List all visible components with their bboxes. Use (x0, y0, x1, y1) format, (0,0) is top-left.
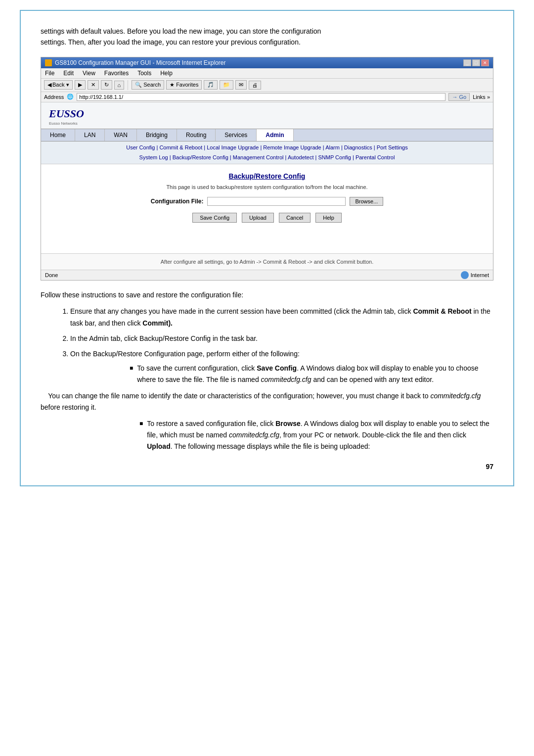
eusso-logo: EUSSO (49, 107, 485, 120)
step-3: On the Backup/Restore Configuration page… (70, 348, 493, 385)
step-1: Ensure that any changes you have made in… (70, 306, 493, 329)
menu-tools[interactable]: Tools (136, 69, 152, 77)
submenu-alarm[interactable]: Alarm (325, 144, 340, 150)
nav-routing[interactable]: Routing (177, 129, 216, 141)
action-buttons: Save Config Upload Cancel Help (51, 213, 483, 223)
menu-favorites[interactable]: Favorites (103, 69, 130, 77)
submenu-user-config[interactable]: User Config (126, 144, 155, 150)
address-bar: Address 🌐 → Go Links » (41, 92, 493, 102)
window-controls[interactable]: _ □ ✕ (463, 59, 489, 66)
page-number: 97 (41, 463, 493, 471)
paragraph-filename: You can change the file name to identify… (41, 390, 493, 413)
refresh-button[interactable]: ↻ (101, 80, 112, 90)
nav-wan[interactable]: WAN (105, 129, 137, 141)
submenu-local-image[interactable]: Local Image Upgrade (207, 144, 259, 150)
maximize-button[interactable]: □ (472, 59, 480, 66)
cancel-button[interactable]: Cancel (279, 213, 311, 223)
submenu-commit-reboot[interactable]: Commit & Reboot (159, 144, 202, 150)
history-button[interactable]: 📁 (220, 80, 233, 90)
address-input[interactable] (77, 93, 445, 101)
browser-menubar: File Edit View Favorites Tools Help (41, 68, 493, 79)
bullet-save-config-text: To save the current configuration, click… (137, 363, 493, 385)
config-file-input[interactable] (207, 197, 346, 206)
intro-line2: settings. Then, after you load the image… (41, 38, 301, 46)
router-main-content: Backup/Restore Config This page is used … (41, 164, 493, 253)
back-button[interactable]: ◀ Back ▾ (44, 80, 73, 90)
upload-button[interactable]: Upload (242, 213, 274, 223)
nav-services[interactable]: Services (216, 129, 257, 141)
address-icon: 🌐 (67, 94, 74, 100)
close-button[interactable]: ✕ (481, 59, 489, 66)
forward-arrow-icon: ▶ (78, 82, 82, 88)
menu-file[interactable]: File (44, 69, 55, 77)
favorites-button[interactable]: ★ Favorites (166, 80, 202, 90)
status-internet: Internet (461, 271, 489, 279)
menu-help[interactable]: Help (159, 69, 174, 77)
bullet-save-config: To save the current configuration, click… (130, 363, 493, 385)
toolbar-separator (128, 80, 128, 90)
intro-paragraph: settings with default values. Before you… (41, 26, 493, 48)
submenu-diagnostics[interactable]: Diagnostics (344, 144, 372, 150)
nav-home[interactable]: Home (41, 129, 75, 141)
titlebar-left: GS8100 Configuration Manager GUI - Micro… (45, 59, 226, 66)
bullet-restore-config: To restore a saved configuration file, c… (139, 418, 493, 452)
page-wrapper: settings with default values. Before you… (20, 10, 514, 486)
internet-icon (461, 271, 469, 279)
bullet-list-2: To restore a saved configuration file, c… (139, 418, 493, 452)
config-file-label: Configuration File: (151, 198, 204, 205)
nav-lan[interactable]: LAN (75, 129, 105, 141)
save-config-button[interactable]: Save Config (192, 213, 237, 223)
router-nav: Home LAN WAN Bridging Routing Services A… (41, 129, 493, 142)
content-body: Follow these instructions to save and re… (41, 289, 493, 452)
status-done: Done (45, 272, 58, 278)
browser-statusbar: Done Internet (41, 270, 493, 280)
instructions-intro: Follow these instructions to save and re… (41, 289, 493, 301)
submenu-snmp-config[interactable]: SNMP Config (318, 154, 351, 160)
menu-edit[interactable]: Edit (62, 69, 75, 77)
status-zone: Internet (471, 272, 489, 278)
submenu-port-settings[interactable]: Port Settings (377, 144, 408, 150)
submenu-autodetect[interactable]: Autodetect (288, 154, 314, 160)
media-button[interactable]: 🎵 (204, 80, 218, 90)
back-arrow-icon: ◀ (47, 82, 51, 88)
eusso-sub: Eusso Networks (49, 121, 485, 126)
home-button[interactable]: ⌂ (114, 81, 125, 90)
bullet-list-1: To save the current configuration, click… (130, 363, 493, 385)
router-header: EUSSO Eusso Networks (41, 102, 493, 126)
router-page-title: Backup/Restore Config (51, 172, 483, 180)
minimize-button[interactable]: _ (463, 59, 471, 66)
bullet-restore-config-text: To restore a saved configuration file, c… (147, 418, 493, 452)
menu-view[interactable]: View (82, 69, 96, 77)
browser-window: GS8100 Configuration Manager GUI - Micro… (41, 57, 493, 281)
steps-list: Ensure that any changes you have made in… (70, 306, 493, 385)
router-page-desc: This page is used to backup/restore syst… (51, 184, 483, 190)
router-footer-note: After configure all settings, go to Admi… (41, 253, 493, 270)
print-button[interactable]: 🖨 (249, 81, 261, 90)
address-label: Address (44, 94, 64, 100)
nav-bridging[interactable]: Bridging (137, 129, 177, 141)
submenu-system-log[interactable]: System Log (139, 154, 168, 160)
submenu-backup-restore[interactable]: Backup/Restore Config (173, 154, 228, 160)
go-button[interactable]: → Go (448, 93, 470, 101)
config-file-row: Configuration File: Browse... (51, 197, 483, 206)
browser-titlebar: GS8100 Configuration Manager GUI - Micro… (41, 57, 493, 68)
submenu-remote-image[interactable]: Remote Image Upgrade (263, 144, 321, 150)
submenu-management-control[interactable]: Management Control (233, 154, 284, 160)
search-button[interactable]: 🔍 Search (132, 80, 164, 90)
nav-admin[interactable]: Admin (257, 129, 293, 141)
stop-button[interactable]: ✕ (88, 80, 99, 90)
browser-title: GS8100 Configuration Manager GUI - Micro… (55, 59, 226, 66)
intro-line1: settings with default values. Before you… (41, 27, 321, 35)
step-2: In the Admin tab, click Backup/Restore C… (70, 333, 493, 344)
ie-icon (45, 59, 52, 66)
links-label: Links » (473, 94, 490, 100)
browser-toolbar: ◀ Back ▾ ▶ ✕ ↻ ⌂ 🔍 Search ★ Favorites 🎵 … (41, 79, 493, 92)
submenu-parental-control[interactable]: Parental Control (356, 154, 395, 160)
mail-button[interactable]: ✉ (235, 80, 247, 90)
forward-button[interactable]: ▶ (75, 80, 86, 90)
browser-content: EUSSO Eusso Networks Home LAN WAN Bridgi… (41, 102, 493, 270)
browse-button[interactable]: Browse... (350, 197, 383, 206)
help-button[interactable]: Help (315, 213, 342, 223)
router-submenu: User Config | Commit & Reboot | Local Im… (41, 142, 493, 165)
